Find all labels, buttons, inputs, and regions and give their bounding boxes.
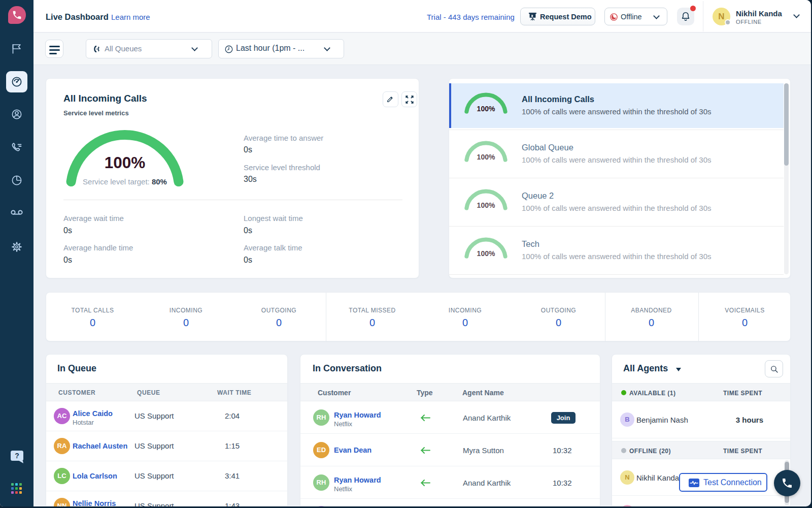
svg-text:?: ? bbox=[15, 452, 19, 460]
